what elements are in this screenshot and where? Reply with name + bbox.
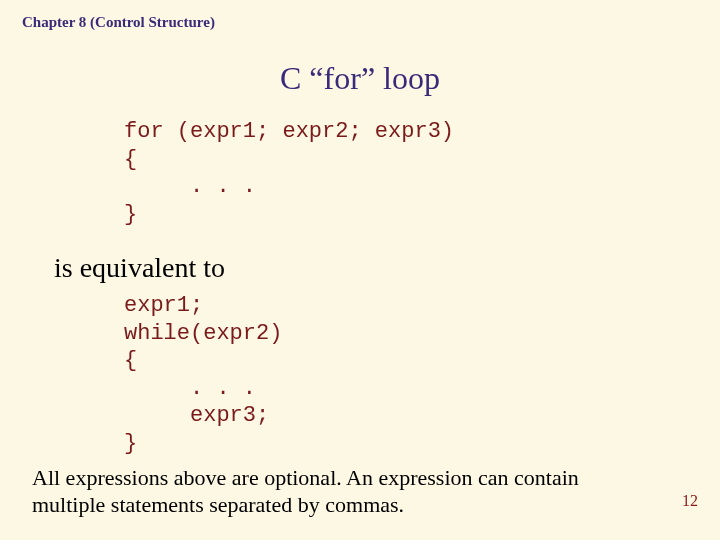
slide-title: C “for” loop: [0, 60, 720, 97]
footer-note: All expressions above are optional. An e…: [32, 465, 632, 518]
equivalent-text: is equivalent to: [54, 252, 225, 284]
for-loop-code: for (expr1; expr2; expr3) { . . . }: [124, 118, 454, 228]
while-loop-code: expr1; while(expr2) { . . . expr3; }: [124, 292, 282, 457]
slide: Chapter 8 (Control Structure) C “for” lo…: [0, 0, 720, 540]
chapter-header: Chapter 8 (Control Structure): [22, 14, 215, 31]
page-number: 12: [682, 492, 698, 510]
